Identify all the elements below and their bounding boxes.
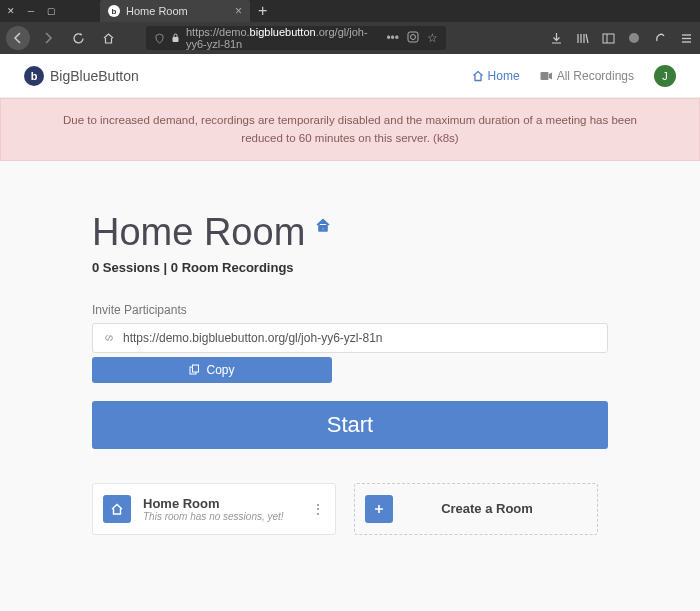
page-content: b BigBlueButton Home All Recordings J Du…	[0, 54, 700, 611]
link-icon	[103, 332, 115, 344]
shield-icon	[154, 33, 165, 44]
nav-recordings-label: All Recordings	[557, 69, 634, 83]
app-navbar: b BigBlueButton Home All Recordings J	[0, 54, 700, 98]
home-icon	[103, 495, 131, 523]
room-sub: This room has no sessions, yet!	[143, 511, 299, 522]
browser-toolbar: https://demo.bigbluebutton.org/gl/joh-yy…	[0, 22, 700, 54]
room-subtitle: 0 Sessions | 0 Room Recordings	[92, 260, 608, 275]
lock-icon	[171, 33, 180, 43]
svg-rect-11	[193, 365, 199, 372]
new-tab-button[interactable]: +	[258, 2, 267, 20]
window-maximize-icon[interactable]: ▢	[44, 4, 58, 18]
browser-tab[interactable]: b Home Room ×	[100, 0, 250, 22]
reader-icon[interactable]	[407, 31, 419, 45]
download-icon[interactable]	[548, 30, 564, 46]
window-close-icon[interactable]: ✕	[4, 4, 18, 18]
page-actions-icon[interactable]: •••	[386, 31, 399, 45]
tab-title: Home Room	[126, 5, 188, 17]
url-text: https://demo.bigbluebutton.org/gl/joh-yy…	[186, 26, 380, 50]
library-icon[interactable]	[574, 30, 590, 46]
user-avatar[interactable]: J	[654, 65, 676, 87]
nav-home-label: Home	[488, 69, 520, 83]
svg-rect-3	[603, 34, 614, 43]
extension-icon-2[interactable]	[652, 30, 668, 46]
svg-point-2	[411, 35, 416, 40]
svg-rect-9	[540, 72, 548, 80]
avatar-initial: J	[662, 70, 668, 82]
bookmark-icon[interactable]: ☆	[427, 31, 438, 45]
window-minimize-icon[interactable]: ─	[24, 4, 38, 18]
invite-label: Invite Participants	[92, 303, 608, 317]
menu-icon[interactable]	[678, 30, 694, 46]
svg-rect-0	[173, 37, 179, 42]
url-bar[interactable]: https://demo.bigbluebutton.org/gl/joh-yy…	[146, 26, 446, 50]
copy-button[interactable]: Copy	[92, 357, 332, 383]
camera-icon	[540, 71, 553, 81]
forward-button[interactable]	[36, 26, 60, 50]
tab-close-icon[interactable]: ×	[235, 5, 242, 17]
invite-url-input[interactable]	[123, 331, 597, 345]
room-card-home[interactable]: Home Room This room has no sessions, yet…	[92, 483, 336, 535]
home-button[interactable]	[96, 26, 120, 50]
home-icon	[472, 70, 484, 82]
nav-recordings[interactable]: All Recordings	[540, 69, 634, 83]
create-room-label: Create a Room	[387, 501, 587, 516]
create-room-card[interactable]: Create a Room	[354, 483, 598, 535]
brand-name: BigBlueButton	[50, 68, 139, 84]
start-button[interactable]: Start	[92, 401, 608, 449]
extension-icon-1[interactable]	[626, 30, 642, 46]
copy-label: Copy	[206, 363, 234, 377]
brand-logo-icon: b	[24, 66, 44, 86]
invite-url-box	[92, 323, 608, 353]
tab-favicon-icon: b	[108, 5, 120, 17]
brand[interactable]: b BigBlueButton	[24, 66, 139, 86]
alert-banner: Due to increased demand, recordings are …	[0, 98, 700, 161]
nav-home[interactable]: Home	[472, 69, 520, 83]
room-name: Home Room	[143, 496, 299, 511]
home-icon	[315, 217, 331, 233]
back-button[interactable]	[6, 26, 30, 50]
alert-text: Due to increased demand, recordings are …	[63, 114, 637, 144]
sidebar-icon[interactable]	[600, 30, 616, 46]
reload-button[interactable]	[66, 26, 90, 50]
svg-point-5	[629, 33, 639, 43]
svg-rect-1	[408, 32, 418, 42]
copy-icon	[189, 364, 200, 375]
room-menu-button[interactable]: ⋮	[311, 501, 325, 517]
page-title: Home Room	[92, 211, 305, 254]
start-label: Start	[327, 412, 373, 437]
window-titlebar: ✕ ─ ▢ b Home Room × +	[0, 0, 700, 22]
